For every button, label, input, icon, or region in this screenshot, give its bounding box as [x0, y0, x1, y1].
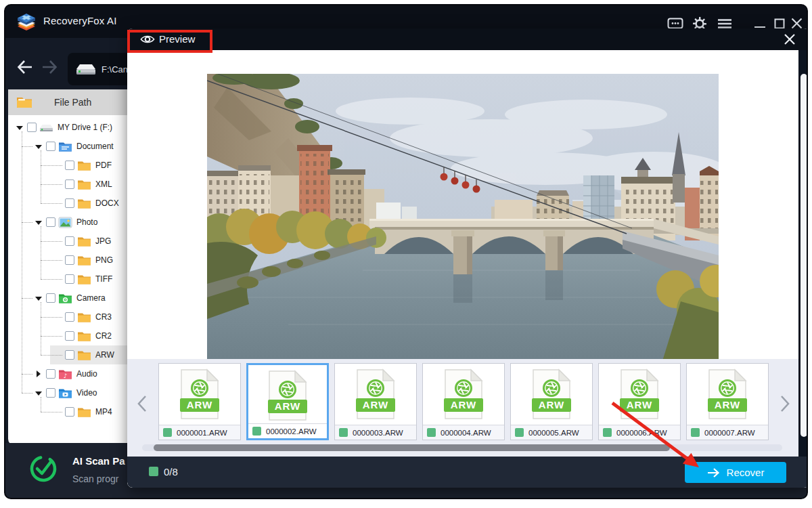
- folder-icon: [77, 312, 91, 323]
- tree-row-xml[interactable]: XML: [8, 175, 129, 194]
- file-checkbox[interactable]: [163, 428, 172, 437]
- thumbnail-label-row: 0000007.ARW: [687, 425, 768, 440]
- thumbnail-card-selected[interactable]: ARW0000002.ARW: [246, 363, 329, 440]
- folder-icon: [77, 236, 91, 247]
- thumbnail-card[interactable]: ARW0000005.ARW: [510, 363, 593, 440]
- file-checkbox[interactable]: [339, 428, 348, 437]
- counter-indicator: [149, 467, 158, 476]
- tree-checkbox[interactable]: [65, 350, 74, 360]
- tree-checkbox[interactable]: [46, 217, 55, 227]
- tree-checkbox[interactable]: [65, 179, 74, 189]
- file-checkbox[interactable]: [691, 428, 700, 437]
- tree-row-cr3[interactable]: CR3: [8, 308, 129, 326]
- dialog-scrollbar-track[interactable]: [798, 50, 808, 457]
- tree-checkbox[interactable]: [27, 123, 37, 132]
- tree-checkbox[interactable]: [46, 369, 55, 379]
- back-button[interactable]: [16, 58, 34, 76]
- forward-button[interactable]: [41, 58, 58, 76]
- svg-text:ARW: ARW: [363, 399, 389, 410]
- expander-expanded-icon[interactable]: [15, 123, 24, 132]
- thumbnail-card[interactable]: ARW0000004.ARW: [422, 363, 505, 440]
- thumbnail-scrollbar-thumb[interactable]: [154, 444, 670, 451]
- thumbnail-card[interactable]: ARW0000003.ARW: [334, 363, 417, 440]
- photo-icon: [58, 217, 72, 228]
- tree-checkbox[interactable]: [65, 236, 74, 246]
- tree-checkbox[interactable]: [65, 255, 74, 265]
- thumbnail-card[interactable]: ARW0000007.ARW: [686, 363, 769, 440]
- selection-counter: 0/8: [164, 466, 178, 478]
- tree-row-docx[interactable]: DOCX: [8, 194, 129, 213]
- tree-row-video[interactable]: Video: [8, 383, 129, 402]
- folder-camera-icon: [58, 293, 72, 304]
- tree-row-cr2[interactable]: CR2: [8, 326, 129, 345]
- tree-checkbox[interactable]: [65, 331, 74, 341]
- file-name: 0000003.ARW: [353, 429, 403, 437]
- tree-row-my-drive-1-f-[interactable]: MY Drive 1 (F:): [8, 118, 129, 137]
- tree-row-pdf[interactable]: PDF: [8, 156, 129, 175]
- tree-checkbox[interactable]: [65, 312, 74, 322]
- tree-row-tiff[interactable]: TIFF: [8, 270, 129, 289]
- tree-label: JPG: [95, 236, 111, 246]
- folder-icon: [16, 96, 32, 109]
- expander-placeholder: [53, 179, 62, 189]
- thumbnail-label-row: 0000004.ARW: [423, 425, 504, 440]
- file-checkbox[interactable]: [515, 428, 524, 437]
- folder-video-icon: [58, 387, 72, 399]
- tree-checkbox[interactable]: [65, 161, 74, 170]
- feedback-icon[interactable]: [667, 18, 683, 29]
- menu-icon[interactable]: [718, 19, 731, 28]
- next-thumbnails-button[interactable]: [778, 394, 792, 413]
- tree-row-audio[interactable]: ♪Audio: [8, 364, 129, 383]
- tree-checkbox[interactable]: [65, 407, 74, 417]
- expander-expanded-icon[interactable]: [34, 142, 43, 151]
- expander-expanded-icon[interactable]: [34, 293, 43, 303]
- expander-placeholder: [53, 236, 62, 246]
- tree-row-camera[interactable]: Camera: [8, 289, 129, 308]
- svg-text:ARW: ARW: [187, 399, 213, 410]
- expander-expanded-icon[interactable]: [34, 217, 43, 227]
- close-button[interactable]: [791, 18, 803, 29]
- file-checkbox[interactable]: [603, 428, 612, 437]
- tree-label: PNG: [95, 255, 113, 265]
- tree-label: TIFF: [95, 274, 112, 284]
- svg-text:♪: ♪: [64, 372, 68, 379]
- tree-row-document[interactable]: Document: [8, 137, 129, 156]
- tree-checkbox[interactable]: [46, 142, 55, 151]
- tree-guide-stub: [22, 222, 32, 223]
- app-title: RecoveryFox AI: [43, 15, 117, 26]
- tree-label: Document: [76, 142, 114, 151]
- tree-row-arw[interactable]: ARW: [8, 345, 129, 364]
- thumbnail-scrollbar-track[interactable]: [142, 444, 782, 451]
- preview-image: [207, 74, 719, 363]
- recover-button[interactable]: Recover: [685, 462, 786, 483]
- tree-checkbox[interactable]: [46, 388, 55, 398]
- tree-row-photo[interactable]: Photo: [8, 213, 129, 232]
- prev-thumbnails-button[interactable]: [135, 394, 149, 413]
- tree-row-jpg[interactable]: JPG: [8, 232, 129, 251]
- tree-label: MY Drive 1 (F:): [58, 123, 112, 132]
- tree-checkbox[interactable]: [65, 274, 74, 284]
- expander-collapsed-icon[interactable]: [34, 369, 43, 379]
- tree-label: CR2: [95, 331, 112, 341]
- tree-guide-stub: [22, 298, 32, 299]
- tree-row-png[interactable]: PNG: [8, 251, 129, 270]
- tree-checkbox[interactable]: [46, 293, 55, 303]
- expander-placeholder: [53, 331, 62, 341]
- thumbnail-label-row: 0000005.ARW: [511, 425, 592, 440]
- tree-row-mp4[interactable]: MP4: [8, 402, 129, 421]
- screen: RecoveryFox AI: [0, 0, 812, 508]
- dialog-scrollbar-thumb[interactable]: [800, 74, 807, 437]
- thumbnail-label-row: 0000001.ARW: [159, 425, 240, 440]
- folder-doc-icon: [58, 141, 72, 152]
- tree-label: DOCX: [95, 198, 119, 208]
- expander-expanded-icon[interactable]: [34, 388, 43, 398]
- thumbnail-card[interactable]: ARW0000001.ARW: [158, 363, 241, 440]
- thumbnail-card[interactable]: ARW0000006.ARW: [598, 363, 681, 440]
- file-checkbox[interactable]: [252, 427, 261, 436]
- tree-label: Audio: [76, 369, 97, 379]
- tree-checkbox[interactable]: [65, 198, 74, 208]
- file-checkbox[interactable]: [427, 428, 436, 437]
- scan-status-title: AI Scan Pa: [72, 455, 125, 467]
- maximize-button[interactable]: [774, 18, 785, 29]
- dialog-close-button[interactable]: [784, 33, 796, 45]
